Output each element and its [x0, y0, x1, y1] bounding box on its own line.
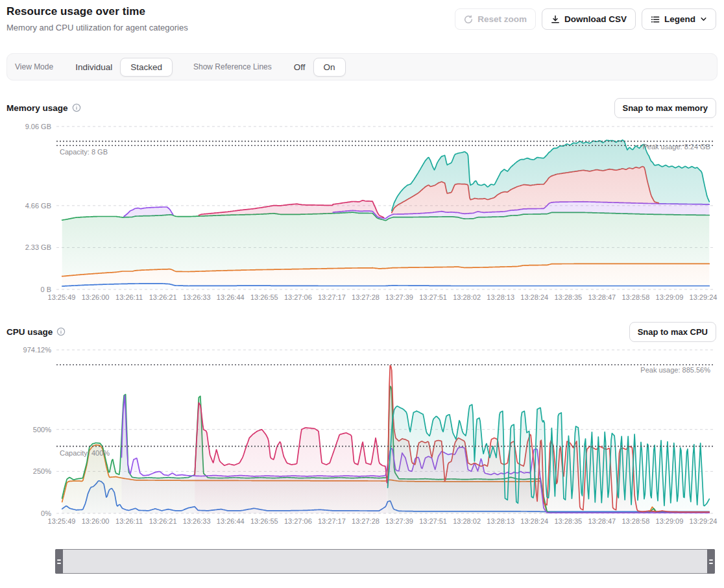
svg-text:13:26:11: 13:26:11 [115, 517, 143, 525]
memory-usage-title: Memory usage [6, 103, 68, 113]
svg-text:13:27:39: 13:27:39 [385, 293, 413, 301]
svg-text:13:26:33: 13:26:33 [183, 517, 211, 525]
svg-text:13:28:58: 13:28:58 [621, 517, 649, 525]
snap-to-max-memory-button[interactable]: Snap to max memory [614, 98, 717, 118]
svg-text:13:28:24: 13:28:24 [520, 517, 548, 525]
memory-usage-chart[interactable]: 0 B2.33 GB4.66 GB9.06 GB13:25:4913:26:00… [0, 117, 724, 304]
chart-controls: View Mode Individual Stacked Show Refere… [6, 53, 718, 80]
svg-text:13:28:47: 13:28:47 [588, 293, 616, 301]
svg-text:13:26:55: 13:26:55 [250, 293, 278, 301]
view-mode-stacked[interactable]: Stacked [120, 58, 173, 77]
download-csv-label: Download CSV [564, 14, 627, 24]
svg-text:13:26:21: 13:26:21 [149, 517, 177, 525]
svg-text:0 B: 0 B [40, 286, 51, 293]
reference-lines-on[interactable]: On [313, 58, 346, 77]
reset-zoom-button[interactable]: Reset zoom [455, 8, 536, 30]
snap-to-max-cpu-button[interactable]: Snap to max CPU [629, 322, 716, 342]
time-range-brush[interactable] [55, 549, 715, 574]
svg-text:13:28:24: 13:28:24 [520, 293, 548, 301]
svg-text:13:28:02: 13:28:02 [453, 517, 481, 525]
svg-text:13:28:13: 13:28:13 [487, 293, 514, 301]
memory-section-title: Memory usage [6, 103, 81, 113]
svg-text:13:27:06: 13:27:06 [284, 517, 312, 525]
legend-label: Legend [664, 14, 695, 24]
info-icon[interactable] [56, 327, 66, 336]
svg-text:13:26:44: 13:26:44 [217, 517, 245, 525]
svg-text:13:25:49: 13:25:49 [48, 293, 76, 301]
cpu-section-header: CPU usage Snap to max CPU [0, 322, 724, 341]
svg-text:13:27:51: 13:27:51 [419, 517, 447, 525]
cpu-section-title: CPU usage [6, 327, 66, 337]
reference-lines-off[interactable]: Off [286, 58, 313, 77]
svg-text:4.66 GB: 4.66 GB [25, 202, 51, 210]
svg-text:13:29:24: 13:29:24 [690, 517, 718, 525]
svg-text:13:28:13: 13:28:13 [487, 517, 514, 525]
svg-text:13:28:02: 13:28:02 [453, 293, 481, 301]
refresh-icon [464, 15, 473, 24]
svg-text:13:28:35: 13:28:35 [554, 293, 582, 301]
svg-text:13:28:58: 13:28:58 [621, 293, 649, 301]
svg-text:13:27:28: 13:27:28 [352, 517, 380, 525]
download-icon [551, 15, 560, 24]
download-csv-button[interactable]: Download CSV [542, 8, 636, 30]
svg-text:0%: 0% [41, 509, 51, 517]
svg-text:13:26:00: 13:26:00 [82, 293, 110, 301]
svg-text:13:28:35: 13:28:35 [554, 517, 582, 525]
svg-text:13:29:24: 13:29:24 [690, 293, 718, 301]
page-header: Resource usage over time Memory and CPU … [0, 0, 724, 39]
svg-text:Capacity: 400%: Capacity: 400% [60, 449, 110, 457]
svg-text:974.12%: 974.12% [23, 346, 52, 354]
chevron-down-icon [700, 16, 707, 23]
reference-lines-group: Show Reference Lines Off On [193, 58, 346, 77]
view-mode-label: View Mode [15, 62, 53, 71]
svg-text:13:26:44: 13:26:44 [217, 293, 245, 301]
cpu-usage-title: CPU usage [6, 327, 53, 337]
svg-text:9.06 GB: 9.06 GB [25, 123, 51, 130]
cpu-usage-chart[interactable]: 0%250%500%974.12%13:25:4913:26:0013:26:1… [0, 341, 724, 528]
svg-text:13:27:17: 13:27:17 [318, 293, 346, 301]
show-reference-lines-label: Show Reference Lines [193, 62, 272, 71]
svg-text:13:28:47: 13:28:47 [588, 517, 616, 525]
svg-text:13:26:11: 13:26:11 [115, 293, 143, 301]
svg-text:13:26:00: 13:26:00 [82, 517, 110, 525]
memory-section-header: Memory usage Snap to max memory [0, 98, 724, 117]
svg-text:13:26:55: 13:26:55 [250, 517, 278, 525]
reset-zoom-label: Reset zoom [477, 14, 527, 24]
svg-text:2.33 GB: 2.33 GB [25, 243, 51, 251]
svg-text:13:29:09: 13:29:09 [656, 517, 684, 525]
svg-text:Peak usage: 8.24 GB: Peak usage: 8.24 GB [642, 143, 710, 151]
svg-text:13:29:09: 13:29:09 [656, 293, 684, 301]
svg-text:13:27:51: 13:27:51 [419, 293, 447, 301]
svg-text:250%: 250% [33, 467, 51, 475]
svg-text:13:27:28: 13:27:28 [352, 293, 380, 301]
info-icon[interactable] [72, 103, 81, 112]
svg-text:500%: 500% [33, 426, 51, 434]
header-buttons: Reset zoom Download CSV Legend [455, 8, 716, 30]
brush-handle-left[interactable] [55, 549, 63, 574]
svg-text:Peak usage: 885.56%: Peak usage: 885.56% [640, 366, 710, 374]
svg-text:13:27:39: 13:27:39 [385, 517, 413, 525]
svg-text:13:27:17: 13:27:17 [318, 517, 346, 525]
svg-text:13:27:06: 13:27:06 [284, 293, 312, 301]
svg-text:13:26:21: 13:26:21 [149, 293, 177, 301]
brush-handle-right[interactable] [707, 549, 715, 574]
list-icon [651, 15, 660, 24]
legend-button[interactable]: Legend [642, 8, 716, 30]
svg-text:13:26:33: 13:26:33 [183, 293, 211, 301]
svg-text:Capacity: 8 GB: Capacity: 8 GB [60, 148, 108, 156]
svg-text:13:25:49: 13:25:49 [48, 517, 76, 525]
view-mode-individual[interactable]: Individual [67, 58, 120, 77]
